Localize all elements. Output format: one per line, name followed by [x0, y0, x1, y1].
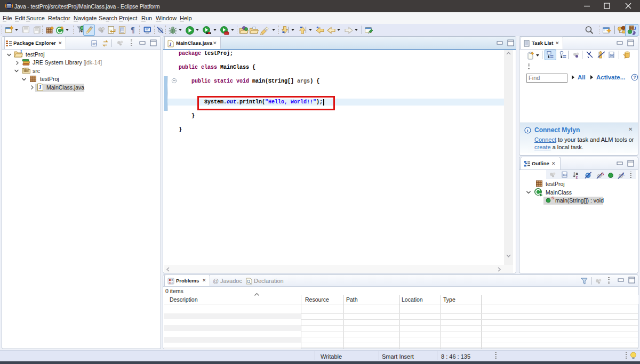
svg-text:L: L [622, 172, 625, 176]
svg-text:?: ? [634, 75, 637, 80]
svg-text:J: J [634, 26, 637, 31]
svg-text:J: J [39, 85, 42, 90]
svg-text:J: J [169, 42, 172, 47]
svg-text:z: z [576, 175, 578, 179]
svg-text:J: J [20, 50, 22, 54]
svg-text:S: S [601, 172, 604, 176]
